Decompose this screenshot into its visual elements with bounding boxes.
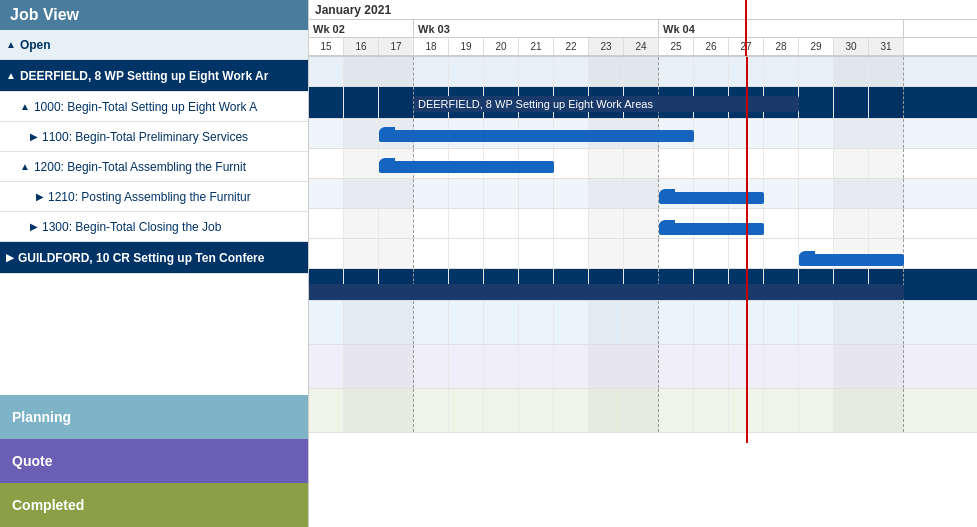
expand-icon-1100: ▶ xyxy=(30,131,38,142)
gantt-cell-r0-d28 xyxy=(764,57,799,86)
gantt-cell-r6-d23 xyxy=(589,239,624,268)
tab-completed[interactable]: Completed xyxy=(0,483,308,527)
gantt-cell-r10-d18 xyxy=(414,389,449,432)
expand-icon-1200: ▲ xyxy=(20,161,30,172)
gantt-cell-r6-d25 xyxy=(659,239,694,268)
gantt-month-row: January 2021 xyxy=(309,0,977,20)
gantt-cell-r4-d24 xyxy=(624,179,659,208)
gantt-cell-r6-d26 xyxy=(694,239,729,268)
tab-quote[interactable]: Quote xyxy=(0,439,308,483)
gantt-cell-r4-d21 xyxy=(519,179,554,208)
gantt-cell-r9-d24 xyxy=(624,345,659,388)
gantt-cell-r2-d29 xyxy=(799,119,834,148)
gantt-cell-r8-d25 xyxy=(659,301,694,344)
gantt-week-row: Wk 02Wk 03Wk 04 xyxy=(309,20,977,38)
gantt-header: January 2021 Wk 02Wk 03Wk 04 15161718192… xyxy=(309,0,977,57)
tree-item-1200-label: 1200: Begin-Total Assembling the Furnit xyxy=(34,160,246,174)
gantt-cell-r10-d29 xyxy=(799,389,834,432)
gantt-cell-r3-d25 xyxy=(659,149,694,178)
gantt-cell-r5-d23 xyxy=(589,209,624,238)
day-cell-24: 24 xyxy=(624,38,659,55)
tree-item-1210[interactable]: ▶ 1210: Posting Assembling the Furnitur xyxy=(0,182,308,212)
gantt-cell-r0-d24 xyxy=(624,57,659,86)
gantt-cell-r0-d25 xyxy=(659,57,694,86)
day-cell-18: 18 xyxy=(414,38,449,55)
gantt-cell-r8-d24 xyxy=(624,301,659,344)
gantt-cell-r10-d28 xyxy=(764,389,799,432)
gantt-cell-r6-d17 xyxy=(379,239,414,268)
gantt-cell-r8-d31 xyxy=(869,301,904,344)
tree-item-1100[interactable]: ▶ 1100: Begin-Total Preliminary Services xyxy=(0,122,308,152)
gantt-cell-r8-d23 xyxy=(589,301,624,344)
tab-planning[interactable]: Planning xyxy=(0,395,308,439)
tree-item-1000-label: 1000: Begin-Total Setting up Eight Work … xyxy=(34,100,257,114)
gantt-connector-6 xyxy=(799,251,815,265)
gantt-cell-r5-d19 xyxy=(449,209,484,238)
expand-icon-guildford: ▶ xyxy=(6,252,14,263)
gantt-cell-r9-d23 xyxy=(589,345,624,388)
gantt-cell-r0-d29 xyxy=(799,57,834,86)
gantt-cell-r6-d22 xyxy=(554,239,589,268)
tree-item-1200[interactable]: ▲ 1200: Begin-Total Assembling the Furni… xyxy=(0,152,308,182)
gantt-cell-r4-d22 xyxy=(554,179,589,208)
gantt-cell-r0-d18 xyxy=(414,57,449,86)
gantt-cell-r6-d16 xyxy=(344,239,379,268)
gantt-cell-r10-d17 xyxy=(379,389,414,432)
gantt-bar-row3 xyxy=(379,161,554,173)
expand-icon-1300: ▶ xyxy=(30,221,38,232)
week-label-wk-04: Wk 04 xyxy=(659,20,904,37)
gantt-cell-r1-d16 xyxy=(344,87,379,118)
gantt-cell-r1-d31 xyxy=(869,87,904,118)
gantt-cell-r10-d19 xyxy=(449,389,484,432)
tree-item-1300[interactable]: ▶ 1300: Begin-Total Closing the Job xyxy=(0,212,308,242)
gantt-cell-r5-d30 xyxy=(834,209,869,238)
gantt-cell-r10-d16 xyxy=(344,389,379,432)
gantt-cell-r2-d28 xyxy=(764,119,799,148)
gantt-cell-r10-d24 xyxy=(624,389,659,432)
gantt-cell-r4-d15 xyxy=(309,179,344,208)
gantt-cell-r5-d15 xyxy=(309,209,344,238)
gantt-row-4 xyxy=(309,179,977,209)
gantt-cell-r0-d21 xyxy=(519,57,554,86)
gantt-cell-r2-d16 xyxy=(344,119,379,148)
gantt-cell-r0-d26 xyxy=(694,57,729,86)
gantt-cell-r3-d30 xyxy=(834,149,869,178)
tree-item-guildford[interactable]: ▶ GUILDFORD, 10 CR Setting up Ten Confer… xyxy=(0,242,308,274)
left-panel: Job View ▲ Open ▲ DEERFIELD, 8 WP Settin… xyxy=(0,0,308,527)
gantt-cell-r5-d22 xyxy=(554,209,589,238)
gantt-cell-r6-d15 xyxy=(309,239,344,268)
job-view-title: Job View xyxy=(10,6,79,24)
gantt-cell-r4-d19 xyxy=(449,179,484,208)
gantt-bar-row2 xyxy=(379,130,694,142)
gantt-row-9 xyxy=(309,345,977,389)
tree-item-deerfield[interactable]: ▲ DEERFIELD, 8 WP Setting up Eight Work … xyxy=(0,60,308,92)
gantt-cell-r9-d19 xyxy=(449,345,484,388)
gantt-cell-r5-d29 xyxy=(799,209,834,238)
gantt-cell-r10-d25 xyxy=(659,389,694,432)
gantt-cell-r3-d22 xyxy=(554,149,589,178)
gantt-row-10 xyxy=(309,389,977,433)
gantt-cell-r5-d31 xyxy=(869,209,904,238)
tree-item-1000[interactable]: ▲ 1000: Begin-Total Setting up Eight Wor… xyxy=(0,92,308,122)
day-cell-20: 20 xyxy=(484,38,519,55)
gantt-cell-r3-d29 xyxy=(799,149,834,178)
tree-item-open[interactable]: ▲ Open xyxy=(0,30,308,60)
gantt-bar-row1: DEERFIELD, 8 WP Setting up Eight Work Ar… xyxy=(414,96,799,112)
gantt-cell-r2-d26 xyxy=(694,119,729,148)
tab-quote-label: Quote xyxy=(12,453,52,469)
gantt-cell-r10-d15 xyxy=(309,389,344,432)
gantt-cell-r10-d30 xyxy=(834,389,869,432)
gantt-cell-r5-d17 xyxy=(379,209,414,238)
gantt-connector-5 xyxy=(659,220,675,234)
gantt-cell-r0-d30 xyxy=(834,57,869,86)
gantt-cell-r6-d18 xyxy=(414,239,449,268)
gantt-cell-r4-d16 xyxy=(344,179,379,208)
expand-icon-1210: ▶ xyxy=(36,191,44,202)
gantt-cell-r4-d31 xyxy=(869,179,904,208)
gantt-cell-r9-d16 xyxy=(344,345,379,388)
gantt-cell-r6-d24 xyxy=(624,239,659,268)
gantt-cell-r8-d18 xyxy=(414,301,449,344)
gantt-cell-r1-d29 xyxy=(799,87,834,118)
gantt-cell-r10-d20 xyxy=(484,389,519,432)
gantt-cell-r2-d30 xyxy=(834,119,869,148)
